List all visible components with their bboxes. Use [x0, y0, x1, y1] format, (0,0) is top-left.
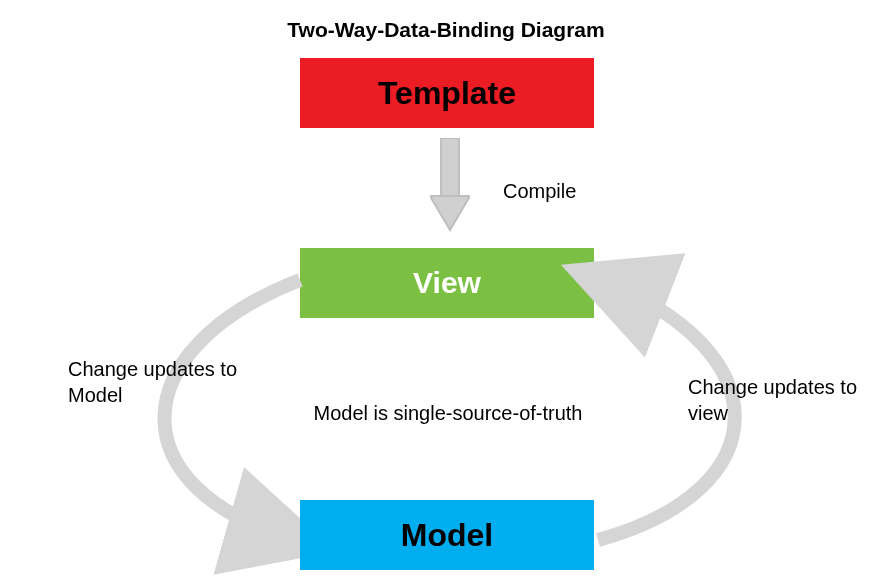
view-to-model-arrow-icon	[164, 280, 300, 540]
single-source-of-truth-label: Model is single-source-of-truth	[288, 400, 608, 426]
change-updates-to-view-label: Change updates to view	[688, 374, 858, 426]
model-box: Model	[300, 500, 594, 570]
change-updates-to-model-label: Change updates to Model	[68, 356, 238, 408]
model-box-label: Model	[401, 517, 493, 554]
binding-arrows	[0, 0, 892, 580]
